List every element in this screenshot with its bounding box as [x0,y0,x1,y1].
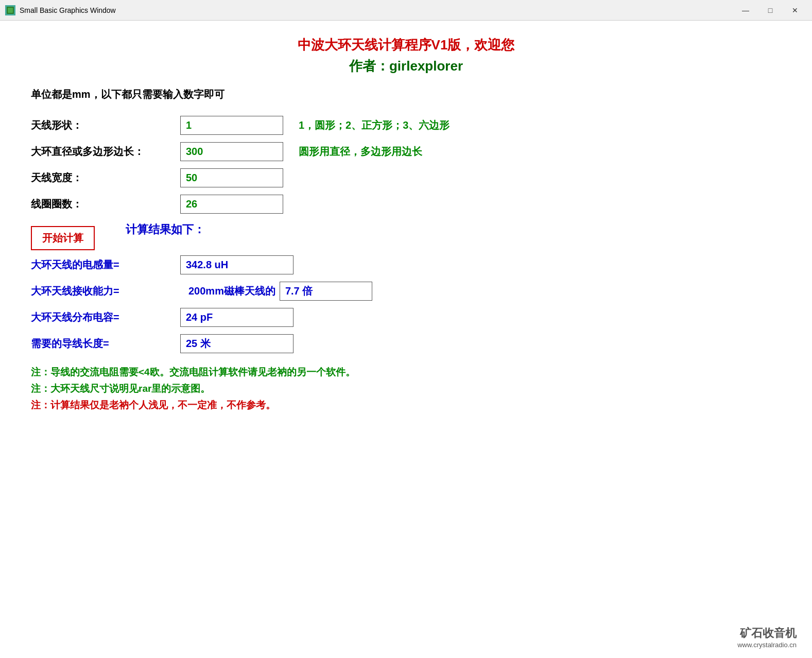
watermark: 矿石收音机 www.crystalradio.cn [737,626,797,649]
size-row: 大环直径或多边形边长： 圆形用直径，多边形用边长 [31,142,781,161]
turns-input[interactable] [180,195,283,214]
app-title: 中波大环天线计算程序V1版，欢迎您 [31,36,781,54]
note-1: 注：导线的交流电阻需要<4欧。交流电阻计算软件请见老衲的另一个软件。 [31,366,781,379]
turns-label: 线圈圈数： [31,197,180,211]
reception-prefix: 200mm磁棒天线的 [188,284,275,298]
note-3: 注：计算结果仅是老衲个人浅见，不一定准，不作参考。 [31,399,781,412]
inductance-row: 大环天线的电感量= [31,255,781,274]
shape-row: 天线形状： 1，圆形；2、正方形；3、六边形 [31,116,781,135]
capacitance-label: 大环天线分布电容= [31,310,180,324]
note-2: 注：大环天线尺寸说明见rar里的示意图。 [31,382,781,395]
width-row: 天线宽度： [31,168,781,187]
inductance-label: 大环天线的电感量= [31,258,180,272]
maximize-button[interactable]: □ [758,3,782,18]
turns-row: 线圈圈数： [31,195,781,214]
window-title: Small Basic Graphics Window [20,6,734,14]
size-label: 大环直径或多边形边长： [31,145,180,159]
shape-input[interactable] [180,116,283,135]
app-author: 作者：girlexplorer [31,57,781,75]
size-input[interactable] [180,142,283,161]
inductance-value[interactable] [180,255,293,274]
wire-row: 需要的导线长度= [31,334,781,353]
wire-value[interactable] [180,334,293,353]
notes-section: 注：导线的交流电阻需要<4欧。交流电阻计算软件请见老衲的另一个软件。 注：大环天… [31,366,781,412]
watermark-url: www.crystalradio.cn [737,641,797,649]
results-section: 大环天线的电感量= 大环天线接收能力= 200mm磁棒天线的 大环天线分布电容=… [31,255,781,353]
shape-label: 天线形状： [31,118,180,132]
calc-button[interactable]: 开始计算 [31,226,95,250]
reception-label: 大环天线接收能力= [31,284,180,298]
size-hint: 圆形用直径，多边形用边长 [299,145,422,159]
watermark-logo: 矿石收音机 [737,626,797,641]
shape-hint: 1，圆形；2、正方形；3、六边形 [299,118,450,132]
unit-hint: 单位都是mm，以下都只需要输入数字即可 [31,88,781,101]
close-button[interactable]: ✕ [783,3,807,18]
result-section-label: 计算结果如下： [126,222,205,237]
capacitance-value[interactable] [180,308,293,327]
window-controls: — □ ✕ [734,3,807,18]
wire-label: 需要的导线长度= [31,337,180,351]
minimize-button[interactable]: — [734,3,757,18]
form-section: 天线形状： 1，圆形；2、正方形；3、六边形 大环直径或多边形边长： 圆形用直径… [31,116,781,214]
reception-row: 大环天线接收能力= 200mm磁棒天线的 [31,282,781,301]
reception-value[interactable] [280,282,372,301]
main-content: 中波大环天线计算程序V1版，欢迎您 作者：girlexplorer 单位都是mm… [0,21,812,658]
title-bar: Small Basic Graphics Window — □ ✕ [0,0,812,21]
capacitance-row: 大环天线分布电容= [31,308,781,327]
svg-rect-1 [8,8,13,13]
width-label: 天线宽度： [31,171,180,185]
width-input[interactable] [180,168,283,187]
app-icon [5,5,15,15]
